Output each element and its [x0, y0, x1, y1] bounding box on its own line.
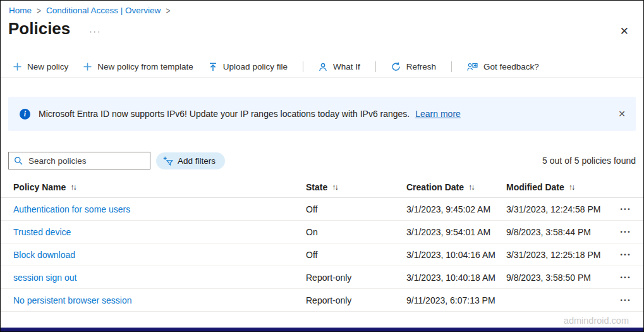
row-more-actions-icon[interactable]: •••: [620, 228, 643, 235]
refresh-icon: [391, 62, 401, 71]
creation-date-cell: 3/1/2023, 9:54:01 AM: [406, 227, 506, 237]
state-cell: Off: [306, 250, 406, 260]
column-label: Creation Date: [406, 182, 464, 192]
new-policy-button[interactable]: New policy: [13, 62, 68, 71]
bottom-accent-bar: [1, 328, 643, 331]
table-row: Block download Off 3/1/2023, 10:04:16 AM…: [1, 243, 643, 266]
table-row: Trusted device On 3/1/2023, 9:54:01 AM 9…: [1, 221, 643, 243]
toolbar-separator: [303, 61, 303, 72]
plus-icon: [13, 63, 21, 71]
sort-icon: ↑↓: [468, 183, 474, 192]
banner-close-icon[interactable]: ✕: [611, 109, 626, 119]
add-filters-label: Add filters: [178, 156, 216, 166]
chevron-right-icon: >: [166, 5, 170, 16]
state-cell: Report-only: [306, 273, 406, 283]
state-cell: Off: [306, 204, 406, 214]
ipv6-info-banner: i Microsoft Entra ID now supports IPv6! …: [8, 97, 636, 131]
toolbar-label: New policy: [27, 62, 68, 71]
search-box[interactable]: [8, 152, 150, 169]
toolbar-separator: [375, 61, 376, 72]
toolbar-label: Upload policy file: [223, 62, 288, 71]
row-more-actions-icon[interactable]: •••: [620, 297, 643, 304]
modified-date-cell: 3/31/2023, 12:25:18 PM: [506, 250, 620, 260]
search-input[interactable]: [27, 156, 145, 166]
toolbar-label: Got feedback?: [483, 62, 539, 71]
title-row: Policies ···: [1, 15, 643, 39]
plus-icon: [83, 63, 92, 71]
policy-name-link[interactable]: session sign out: [13, 273, 306, 283]
refresh-button[interactable]: Refresh: [391, 62, 436, 71]
column-header-modified-date[interactable]: Modified Date ↑↓: [506, 182, 620, 192]
upload-policy-file-button[interactable]: Upload policy file: [209, 62, 288, 71]
policy-name-link[interactable]: Trusted device: [13, 227, 306, 237]
creation-date-cell: 3/1/2023, 10:40:18 AM: [406, 273, 506, 283]
state-cell: Report-only: [306, 295, 406, 305]
policy-name-link[interactable]: No persistent browser session: [13, 295, 306, 305]
more-options-icon[interactable]: ···: [89, 27, 101, 36]
search-icon: [14, 156, 23, 165]
column-header-state[interactable]: State ↑↓: [306, 182, 406, 192]
breadcrumb-home[interactable]: Home: [9, 6, 32, 15]
creation-date-cell: 9/11/2023, 6:07:13 PM: [406, 295, 506, 305]
add-filter-icon: [163, 156, 173, 166]
policies-table: Policy Name ↑↓ State ↑↓ Creation Date ↑↓…: [1, 177, 643, 312]
person-icon: [319, 63, 327, 71]
breadcrumb-conditional-access[interactable]: Conditional Access | Overview: [46, 6, 161, 15]
modified-date-cell: 9/8/2023, 3:58:50 PM: [506, 273, 620, 283]
what-if-button[interactable]: What If: [319, 62, 360, 71]
table-row: session sign out Report-only 3/1/2023, 1…: [1, 266, 643, 289]
row-more-actions-icon[interactable]: •••: [620, 251, 643, 258]
table-row: No persistent browser session Report-onl…: [1, 289, 643, 312]
result-count: 5 out of 5 policies found: [542, 156, 636, 166]
watermark: admindroid.com: [564, 316, 629, 326]
filter-row: Add filters 5 out of 5 policies found: [8, 152, 636, 169]
creation-date-cell: 3/1/2023, 10:04:16 AM: [406, 250, 506, 260]
modified-date-cell: 3/31/2023, 12:24:58 PM: [506, 204, 620, 214]
table-row: Authentication for some users Off 3/1/20…: [1, 198, 643, 221]
banner-text: Microsoft Entra ID now supports IPv6! Up…: [39, 109, 410, 119]
page-title: Policies: [8, 19, 70, 39]
info-icon: i: [20, 109, 30, 120]
policy-name-link[interactable]: Authentication for some users: [13, 204, 306, 214]
toolbar-label: New policy from template: [97, 62, 193, 71]
toolbar-label: What If: [333, 62, 360, 71]
add-filters-button[interactable]: Add filters: [156, 152, 225, 169]
table-header-row: Policy Name ↑↓ State ↑↓ Creation Date ↑↓…: [1, 177, 643, 198]
row-more-actions-icon[interactable]: •••: [620, 206, 643, 212]
creation-date-cell: 3/1/2023, 9:45:02 AM: [406, 204, 506, 214]
policy-name-link[interactable]: Block download: [13, 250, 306, 260]
modified-date-cell: 9/8/2023, 3:58:44 PM: [506, 227, 620, 237]
got-feedback-button[interactable]: Got feedback?: [467, 62, 539, 71]
new-policy-from-template-button[interactable]: New policy from template: [83, 62, 193, 71]
state-cell: On: [306, 227, 406, 237]
toolbar-separator: [451, 61, 452, 72]
close-icon[interactable]: ✕: [620, 26, 629, 37]
upload-icon: [209, 63, 217, 71]
sort-icon: ↑↓: [70, 183, 76, 192]
column-label: Modified Date: [506, 182, 564, 192]
feedback-icon: [467, 62, 478, 71]
breadcrumb: Home > Conditional Access | Overview >: [1, 1, 643, 15]
sort-icon: ↑↓: [332, 183, 337, 192]
column-header-policy-name[interactable]: Policy Name ↑↓: [13, 182, 306, 192]
conditional-access-policies-page: Home > Conditional Access | Overview > P…: [0, 0, 644, 332]
learn-more-link[interactable]: Learn more: [415, 109, 461, 119]
chevron-right-icon: >: [37, 5, 41, 16]
column-header-creation-date[interactable]: Creation Date ↑↓: [406, 182, 506, 192]
column-label: State: [306, 182, 327, 192]
column-label: Policy Name: [13, 182, 66, 192]
command-bar: New policy New policy from template Uplo…: [1, 56, 643, 78]
toolbar-label: Refresh: [406, 62, 436, 71]
row-more-actions-icon[interactable]: •••: [620, 274, 643, 281]
sort-icon: ↑↓: [569, 183, 574, 192]
